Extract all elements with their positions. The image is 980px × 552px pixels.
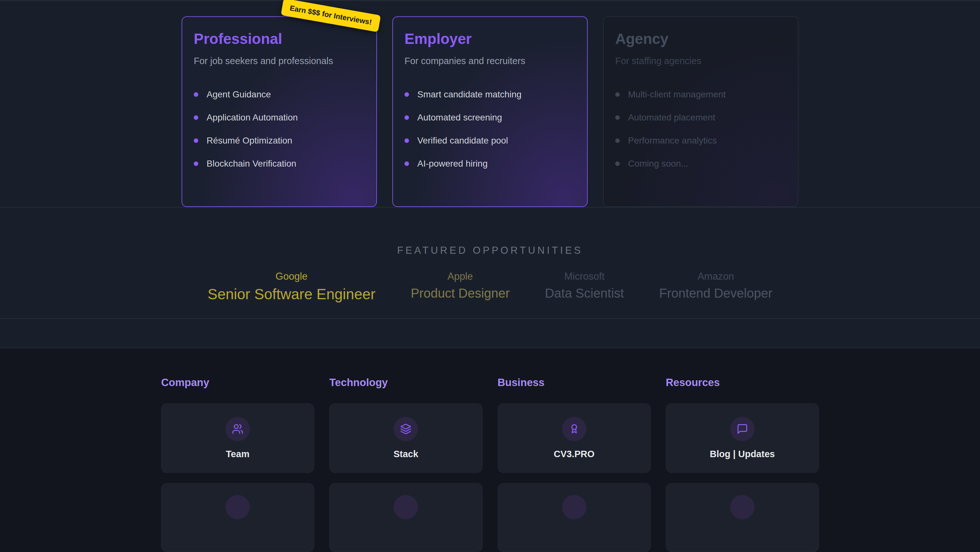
plan-feature-list: Smart candidate matching Automated scree… (404, 83, 576, 175)
plans-row: Earn $$$ for Interviews! Professional Fo… (0, 16, 980, 207)
page: Earn $$$ for Interviews! Professional Fo… (0, 0, 980, 552)
feature-item: Coming soon... (615, 152, 786, 175)
award-icon (568, 423, 580, 435)
footer-link-team[interactable]: Team (161, 404, 314, 473)
plan-title: Professional (194, 30, 365, 48)
featured-opportunities-section: FEATURED OPPORTUNITIES Google Senior Sof… (0, 207, 980, 319)
feature-item: Automated screening (404, 106, 576, 129)
icon-circle (730, 495, 754, 519)
featured-job-apple[interactable]: Apple Product Designer (410, 270, 509, 302)
icon-circle (394, 417, 418, 441)
footer-heading: Technology (329, 377, 482, 389)
plan-feature-list: Agent Guidance Application Automation Ré… (194, 83, 365, 175)
plan-subtitle: For companies and recruiters (404, 56, 576, 66)
footer-heading: Resources (666, 377, 819, 389)
bullet-icon (615, 115, 620, 120)
job-role: Product Designer (410, 285, 509, 302)
feature-item: Multi-client management (615, 83, 786, 106)
bullet-icon (404, 139, 409, 143)
bullet-icon (615, 161, 620, 166)
footer-column-business: Business CV3.PRO (498, 377, 651, 552)
feature-label: Coming soon... (628, 159, 688, 169)
icon-circle (394, 495, 418, 519)
feature-label: Smart candidate matching (417, 89, 521, 100)
icon-circle (562, 495, 586, 519)
bullet-icon (404, 161, 409, 166)
users-icon (232, 423, 243, 435)
feature-label: Multi-client management (628, 89, 726, 100)
feature-item: AI-powered hiring (404, 152, 576, 175)
job-role: Frontend Developer (659, 285, 772, 302)
footer-grid: Company Team Technology Stack (161, 377, 819, 552)
feature-item: Application Automation (194, 106, 365, 129)
footer-link-partial[interactable] (498, 483, 651, 552)
feature-item: Verified candidate pool (404, 129, 576, 152)
feature-item: Performance analytics (615, 129, 786, 152)
feature-label: Blockchain Verification (207, 159, 296, 169)
feature-label: Automated placement (628, 112, 715, 123)
icon-circle (730, 417, 754, 441)
feature-label: AI-powered hiring (417, 159, 487, 169)
feature-item: Automated placement (615, 106, 786, 129)
footer-card-label: Blog | Updates (710, 449, 775, 459)
bullet-icon (194, 115, 198, 120)
footer-heading: Company (161, 377, 314, 389)
featured-jobs-row: Google Senior Software Engineer Apple Pr… (0, 270, 980, 304)
earn-badge: Earn $$$ for Interviews! (281, 0, 381, 32)
plan-subtitle: For job seekers and professionals (194, 56, 365, 66)
site-footer: Company Team Technology Stack (0, 348, 980, 552)
footer-link-cv3pro[interactable]: CV3.PRO (498, 404, 651, 473)
footer-link-partial[interactable] (666, 483, 819, 552)
footer-link-partial[interactable] (161, 483, 314, 552)
feature-label: Application Automation (207, 112, 298, 123)
job-company: Apple (410, 270, 509, 282)
footer-column-company: Company Team (161, 377, 314, 552)
feature-label: Performance analytics (628, 136, 717, 146)
plan-title: Agency (615, 30, 786, 48)
feature-item: Résumé Optimization (194, 129, 365, 152)
feature-label: Automated screening (417, 112, 502, 123)
footer-link-partial[interactable] (329, 483, 482, 552)
job-company: Amazon (659, 270, 772, 282)
bullet-icon (615, 139, 620, 143)
footer-card-label: Team (226, 449, 250, 459)
job-company: Microsoft (545, 270, 624, 282)
plan-feature-list: Multi-client management Automated placem… (615, 83, 786, 175)
plan-card-employer[interactable]: Employer For companies and recruiters Sm… (392, 16, 588, 207)
icon-circle (226, 417, 250, 441)
featured-title: FEATURED OPPORTUNITIES (0, 245, 980, 256)
bullet-icon (194, 139, 198, 143)
section-spacer (0, 319, 980, 348)
featured-job-amazon[interactable]: Amazon Frontend Developer (659, 270, 772, 302)
bullet-icon (615, 92, 620, 97)
plan-card-agency: Agency For staffing agencies Multi-clien… (603, 16, 799, 207)
footer-card-label: Stack (394, 449, 418, 459)
footer-column-resources: Resources Blog | Updates (666, 377, 819, 552)
feature-label: Agent Guidance (207, 89, 271, 100)
footer-card-label: CV3.PRO (554, 449, 594, 459)
bullet-icon (404, 92, 409, 97)
plan-card-professional[interactable]: Earn $$$ for Interviews! Professional Fo… (181, 16, 377, 207)
plan-subtitle: For staffing agencies (615, 56, 786, 66)
footer-column-technology: Technology Stack (329, 377, 482, 552)
footer-link-blog[interactable]: Blog | Updates (666, 404, 819, 473)
icon-circle (226, 495, 250, 519)
plans-section: Earn $$$ for Interviews! Professional Fo… (0, 0, 980, 207)
bullet-icon (404, 115, 409, 120)
job-role: Data Scientist (545, 285, 624, 302)
icon-circle (562, 417, 586, 441)
featured-job-microsoft[interactable]: Microsoft Data Scientist (545, 270, 624, 302)
feature-item: Smart candidate matching (404, 83, 576, 106)
feature-label: Résumé Optimization (207, 136, 293, 146)
footer-link-stack[interactable]: Stack (329, 404, 482, 473)
feature-label: Verified candidate pool (417, 136, 508, 146)
job-company: Google (208, 270, 375, 282)
feature-item: Blockchain Verification (194, 152, 365, 175)
layers-icon (400, 423, 412, 435)
job-role: Senior Software Engineer (208, 285, 375, 304)
bullet-icon (194, 92, 198, 97)
feature-item: Agent Guidance (194, 83, 365, 106)
footer-heading: Business (498, 377, 651, 389)
plan-title: Employer (404, 30, 576, 48)
featured-job-google[interactable]: Google Senior Software Engineer (208, 270, 375, 304)
